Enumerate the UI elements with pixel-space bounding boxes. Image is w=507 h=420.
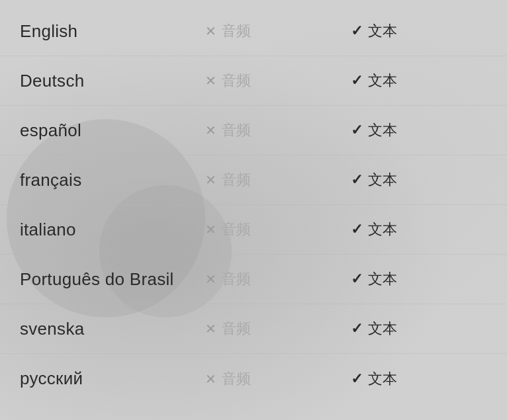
- text-label: 文本: [368, 319, 397, 339]
- check-icon: ✓: [351, 171, 363, 189]
- audio-label: 音频: [222, 170, 251, 190]
- text-label: 文本: [368, 369, 397, 389]
- audio-label: 音频: [222, 120, 251, 140]
- x-icon: ✕: [205, 122, 216, 138]
- language-name: français: [20, 170, 205, 190]
- language-row[interactable]: English ✕ 音频 ✓ 文本: [0, 7, 507, 56]
- text-status: ✓ 文本: [351, 369, 483, 389]
- language-row[interactable]: italiano ✕ 音频 ✓ 文本: [0, 205, 507, 255]
- text-label: 文本: [368, 220, 397, 239]
- audio-label: 音频: [222, 71, 251, 91]
- check-icon: ✓: [351, 122, 363, 139]
- text-label: 文本: [368, 21, 397, 41]
- language-row[interactable]: русский ✕ 音频 ✓ 文本: [0, 354, 507, 403]
- check-icon: ✓: [351, 221, 363, 238]
- text-label: 文本: [368, 71, 397, 91]
- audio-status: ✕ 音频: [205, 319, 351, 339]
- check-icon: ✓: [351, 320, 363, 337]
- x-icon: ✕: [205, 73, 216, 89]
- check-icon: ✓: [351, 72, 363, 89]
- text-status: ✓ 文本: [351, 319, 483, 339]
- audio-status: ✕ 音频: [205, 71, 351, 91]
- x-icon: ✕: [205, 172, 216, 188]
- check-icon: ✓: [351, 271, 363, 288]
- language-name: Português do Brasil: [20, 269, 205, 290]
- text-status: ✓ 文本: [351, 120, 483, 140]
- check-icon: ✓: [351, 22, 363, 40]
- text-status: ✓ 文本: [351, 220, 483, 239]
- x-icon: ✕: [205, 321, 216, 337]
- text-status: ✓ 文本: [351, 71, 483, 91]
- check-icon: ✓: [351, 370, 363, 388]
- text-status: ✓ 文本: [351, 269, 483, 289]
- text-status: ✓ 文本: [351, 170, 483, 190]
- language-name: italiano: [20, 220, 205, 240]
- language-row[interactable]: español ✕ 音频 ✓ 文本: [0, 106, 507, 155]
- audio-status: ✕ 音频: [205, 170, 351, 190]
- x-icon: ✕: [205, 222, 216, 237]
- audio-status: ✕ 音频: [205, 269, 351, 289]
- x-icon: ✕: [205, 271, 216, 287]
- language-name: English: [20, 21, 205, 42]
- text-label: 文本: [368, 269, 397, 289]
- language-list: English ✕ 音频 ✓ 文本 Deutsch ✕ 音频 ✓ 文本 espa…: [0, 0, 507, 410]
- language-name: Deutsch: [20, 71, 205, 91]
- audio-status: ✕ 音频: [205, 21, 351, 41]
- audio-status: ✕ 音频: [205, 220, 351, 239]
- audio-status: ✕ 音频: [205, 369, 351, 389]
- audio-label: 音频: [222, 21, 251, 41]
- audio-label: 音频: [222, 269, 251, 289]
- language-row[interactable]: Português do Brasil ✕ 音频 ✓ 文本: [0, 255, 507, 304]
- language-name: español: [20, 120, 205, 141]
- text-label: 文本: [368, 120, 397, 140]
- language-row[interactable]: français ✕ 音频 ✓ 文本: [0, 155, 507, 205]
- audio-status: ✕ 音频: [205, 120, 351, 140]
- language-row[interactable]: Deutsch ✕ 音频 ✓ 文本: [0, 56, 507, 106]
- text-status: ✓ 文本: [351, 21, 483, 41]
- x-icon: ✕: [205, 371, 216, 387]
- language-name: русский: [20, 368, 205, 389]
- language-name: svenska: [20, 319, 205, 339]
- language-row[interactable]: svenska ✕ 音频 ✓ 文本: [0, 304, 507, 354]
- audio-label: 音频: [222, 220, 251, 239]
- audio-label: 音频: [222, 319, 251, 339]
- audio-label: 音频: [222, 369, 251, 389]
- x-icon: ✕: [205, 23, 216, 39]
- text-label: 文本: [368, 170, 397, 190]
